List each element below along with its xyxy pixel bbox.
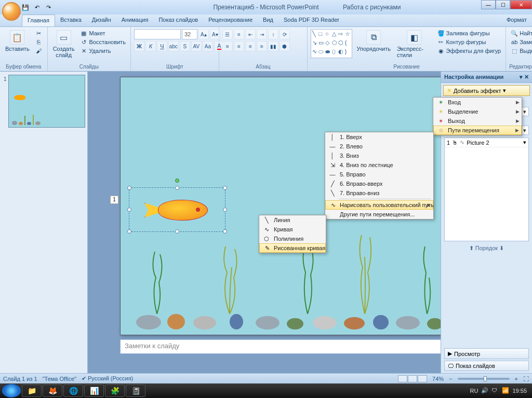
menu-item-up-right[interactable]: ╱6. Вправо-вверх (325, 179, 433, 188)
menu-item-curve[interactable]: ∿Кривая (259, 225, 326, 234)
chevron-down-icon[interactable]: ▾ (523, 139, 526, 146)
task-item[interactable]: 📓 (126, 385, 145, 397)
align-right-button[interactable]: ≡ (245, 41, 256, 51)
resize-handle-ne[interactable] (223, 186, 227, 190)
task-item[interactable]: 📁 (22, 385, 42, 397)
zoom-slider[interactable] (458, 378, 510, 380)
lang-indicator[interactable]: RU (470, 388, 478, 394)
fit-button[interactable]: ⛶ (523, 376, 529, 382)
menu-item-line[interactable]: ╲Линия (259, 215, 326, 225)
task-item[interactable]: 🌐 (63, 385, 83, 397)
indent-dec-button[interactable]: ⇤ (245, 29, 256, 39)
shape-effects-button[interactable]: ◉Эффекты для фигур (436, 47, 503, 55)
resize-handle-w[interactable] (127, 208, 131, 212)
paste-button[interactable]: 📋 Вставить (3, 29, 32, 53)
menu-item-down[interactable]: │3. Вниз (325, 151, 433, 160)
shield-icon[interactable]: 🛡 (491, 387, 499, 394)
menu-item-freeform[interactable]: ⬡Полилиния (259, 234, 326, 243)
undo-icon[interactable]: ↶ (32, 3, 42, 12)
clock[interactable]: 19:55 (512, 388, 527, 394)
close-button[interactable]: ✕ (510, 0, 532, 9)
numbering-button[interactable]: ≡ (234, 29, 244, 39)
pane-close-icon[interactable]: ▾ ✕ (520, 74, 529, 80)
tab-slideshow[interactable]: Показ слайдов (153, 15, 203, 26)
menu-item-left[interactable]: —2. Влево (325, 142, 433, 151)
start-button[interactable] (2, 384, 21, 397)
task-item[interactable]: 📊 (84, 385, 104, 397)
reset-button[interactable]: ↺Восстановить (78, 38, 127, 46)
move-up-button[interactable]: ⬆ (469, 245, 474, 251)
shape-fill-button[interactable]: 🪣Заливка фигуры (436, 29, 503, 37)
menu-item-stairs[interactable]: ⇲4. Вниз по лестнице (325, 160, 433, 170)
office-button[interactable] (2, 2, 21, 21)
shrink-font-button[interactable]: A▾ (210, 29, 220, 39)
zoom-thumb[interactable] (484, 376, 487, 381)
tab-design[interactable]: Дизайн (87, 15, 116, 26)
slideshow-button[interactable]: 🖵Показ слайдов (444, 361, 529, 371)
redo-icon[interactable]: ↷ (44, 3, 53, 12)
tab-home[interactable]: Главная (22, 15, 55, 26)
delete-button[interactable]: ✕Удалить (78, 47, 127, 55)
cut-button[interactable]: ✂ (34, 29, 44, 37)
format-painter-button[interactable]: 🖌 (34, 47, 44, 55)
tab-view[interactable]: Вид (258, 15, 278, 26)
menu-item-down-right[interactable]: ╲7. Вправо-вниз (325, 188, 433, 198)
resize-handle-sw[interactable] (127, 229, 131, 234)
columns-button[interactable]: ▮▮ (268, 41, 278, 51)
save-icon[interactable]: 💾 (21, 3, 30, 12)
arrange-button[interactable]: ⧉ Упорядочить (354, 29, 392, 53)
language-indicator[interactable]: ✔ Русский (Россия) (82, 375, 133, 382)
case-button[interactable]: Aa (203, 41, 213, 51)
indent-inc-button[interactable]: ⇥ (257, 29, 267, 39)
menu-item-custom-path[interactable]: ∿Нарисовать пользовательский путь▶ (325, 200, 433, 210)
smartart-button[interactable]: ⬢ (280, 41, 290, 51)
find-button[interactable]: 🔍Найти (509, 29, 532, 37)
shape-outline-button[interactable]: ✏Контур фигуры (436, 38, 503, 46)
font-size-combo[interactable]: 32 (182, 29, 197, 39)
notes-pane[interactable]: Заметки к слайду (120, 339, 441, 354)
menu-item-right[interactable]: —5. Вправо (325, 170, 433, 179)
select-button[interactable]: ⬚Выделить (509, 47, 532, 55)
font-family-combo[interactable] (134, 29, 181, 39)
add-effect-button[interactable]: ✶ Добавить эффект ▾ (443, 85, 530, 96)
spacing-button[interactable]: AV (191, 41, 202, 51)
fish-shape[interactable] (144, 196, 212, 223)
text-direction-button[interactable]: ⟳ (280, 29, 290, 39)
animation-list-item[interactable]: 1 🖱 ∿ Picture 2 ▾ (445, 138, 528, 147)
resize-handle-s[interactable] (175, 229, 179, 234)
zoom-in-button[interactable]: + (515, 376, 518, 382)
justify-button[interactable]: ≡ (257, 41, 267, 51)
menu-item-motion-paths[interactable]: ☆Пути перемещения▶ (433, 126, 522, 135)
move-down-button[interactable]: ⬇ (499, 245, 504, 251)
zoom-level[interactable]: 74% (432, 376, 444, 382)
new-slide-button[interactable]: ▭ Создать слайд (51, 29, 77, 59)
bold-button[interactable]: Ж (134, 41, 144, 51)
tab-soda-pdf[interactable]: Soda PDF 3D Reader (278, 15, 344, 26)
tab-animation[interactable]: Анимация (116, 15, 154, 26)
slideshow-view-button[interactable] (418, 375, 427, 382)
tab-format[interactable]: Формат (501, 15, 532, 26)
preview-button[interactable]: ▶Просмотр (444, 348, 529, 359)
quick-styles-button[interactable]: ◧ Экспресс-стили (395, 29, 434, 59)
resize-handle-e[interactable] (223, 208, 227, 212)
strike-button[interactable]: abc (168, 41, 179, 51)
italic-button[interactable]: К (145, 41, 156, 51)
align-center-button[interactable]: ≡ (234, 41, 244, 51)
maximize-button[interactable]: ☐ (496, 0, 510, 9)
task-item[interactable]: 🧩 (105, 385, 125, 397)
animation-list[interactable]: 1 🖱 ∿ Picture 2 ▾ (444, 138, 529, 241)
menu-item-scribble[interactable]: ✎Рисованная кривая (259, 243, 326, 253)
resize-handle-se[interactable] (223, 229, 227, 234)
normal-view-button[interactable] (398, 375, 407, 382)
menu-item-exit[interactable]: ✶Выход▶ (433, 116, 522, 126)
minimize-button[interactable]: — (481, 0, 496, 9)
line-spacing-button[interactable]: ↕ (268, 29, 278, 39)
resize-handle-nw[interactable] (127, 186, 131, 190)
tab-insert[interactable]: Вставка (55, 15, 87, 26)
flag-icon[interactable]: 🔊 (481, 387, 488, 394)
layout-button[interactable]: ▦Макет (78, 29, 127, 37)
shadow-button[interactable]: S (180, 41, 190, 51)
menu-item-entrance[interactable]: ✶Вход▶ (433, 98, 522, 107)
menu-item-emphasis[interactable]: ✶Выделение▶ (433, 107, 522, 116)
underline-button[interactable]: Ч (157, 41, 167, 51)
